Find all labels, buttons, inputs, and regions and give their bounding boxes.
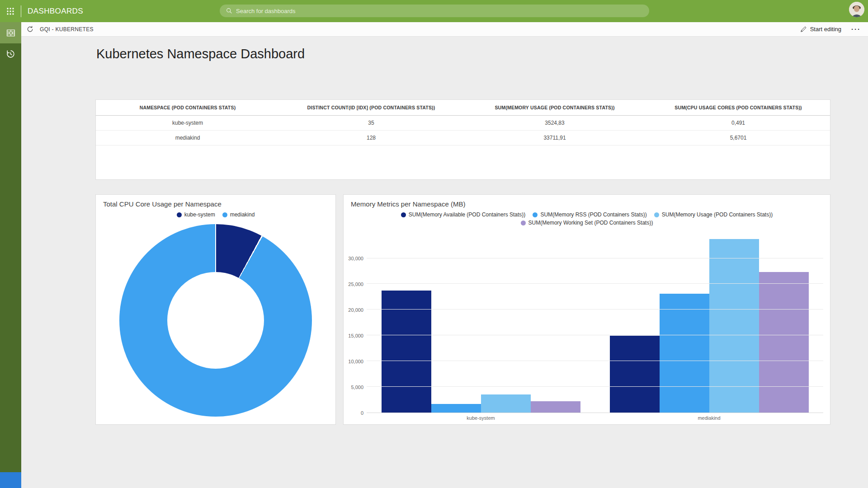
donut-hole	[167, 272, 264, 369]
avatar-photo	[849, 2, 864, 17]
donut-chart-title: Total CPU Core Usage per Namespace	[96, 195, 335, 208]
bar-memory-available[interactable]	[610, 336, 660, 413]
gridline	[367, 361, 823, 361]
namespace-table-card: NAMESPACE (POD CONTAINERS STATS) DISTINC…	[95, 99, 830, 180]
pencil-icon	[800, 26, 807, 33]
y-tick-label: 10,000	[344, 358, 363, 365]
legend-label: kube-system	[184, 211, 215, 218]
y-tick-label: 20,000	[344, 307, 363, 313]
legend-label: SUM(Memory Usage (POD Containers Stats))	[662, 211, 773, 218]
cell-memory-usage: 3524,83	[463, 115, 646, 130]
search-box[interactable]	[220, 5, 649, 17]
cell-cpu-usage: 5,6701	[646, 130, 830, 145]
table-row[interactable]: kube-system 35 3524,83 0,491	[96, 115, 830, 130]
bar-memory-usage[interactable]	[481, 394, 531, 413]
x-axis: kube-system mediakind	[367, 415, 823, 421]
dashboard-canvas: Kubernetes Namespace Dashboard NAMESPACE…	[21, 37, 868, 488]
legend-swatch	[401, 212, 406, 217]
cell-cpu-usage: 0,491	[646, 115, 830, 130]
legend-label: SUM(Memory Available (POD Containers Sta…	[409, 211, 526, 218]
column-header-distinct-count[interactable]: DISTINCT COUNT(ID [IDX] (POD CONTAINERS …	[279, 100, 463, 115]
start-editing-label: Start editing	[810, 26, 841, 33]
legend-swatch	[177, 212, 182, 217]
y-tick-label: 30,000	[344, 255, 363, 262]
legend-label: SUM(Memory Working Set (POD Containers S…	[528, 220, 653, 226]
dashboard-toolbar: GQI - KUBERNETES Start editing ···	[21, 22, 868, 37]
column-header-namespace[interactable]: NAMESPACE (POD CONTAINERS STATS)	[96, 100, 279, 115]
more-options-button[interactable]: ···	[851, 26, 861, 33]
sidebar-item-dashboards[interactable]	[0, 22, 21, 43]
cell-distinct-count: 128	[279, 130, 463, 145]
search-icon	[226, 8, 232, 14]
namespace-table: NAMESPACE (POD CONTAINERS STATS) DISTINC…	[96, 100, 830, 145]
cell-namespace: mediakind	[96, 130, 279, 145]
bar-memory-rss[interactable]	[431, 404, 481, 413]
column-header-cpu-usage[interactable]: SUM(CPU USAGE CORES (POD CONTAINERS STAT…	[646, 100, 830, 115]
legend-swatch	[654, 212, 659, 217]
bar-legend: SUM(Memory Available (POD Containers Sta…	[344, 211, 830, 227]
y-tick-label: 25,000	[344, 281, 363, 287]
legend-item-memory-available[interactable]: SUM(Memory Available (POD Containers Sta…	[401, 211, 526, 218]
bar-chart-title: Memory Metrics per Namespace (MB)	[344, 195, 830, 208]
memory-bar-chart	[367, 238, 823, 413]
gridline	[367, 386, 823, 387]
bar-memory-working-set[interactable]	[531, 401, 580, 413]
donut-wrap	[96, 219, 335, 417]
legend-item-memory-working-set[interactable]: SUM(Memory Working Set (POD Containers S…	[521, 220, 653, 226]
cell-distinct-count: 35	[279, 115, 463, 130]
gridline	[367, 258, 823, 258]
legend-label: SUM(Memory RSS (POD Containers Stats))	[540, 211, 646, 218]
cell-memory-usage: 33711,91	[463, 130, 646, 145]
cpu-donut-card: Total CPU Core Usage per Namespace kube-…	[95, 194, 336, 425]
gridline	[367, 335, 823, 335]
start-editing-button[interactable]: Start editing	[800, 26, 841, 33]
refresh-button[interactable]	[26, 25, 34, 33]
divider	[21, 5, 21, 17]
y-tick-label: 0	[344, 410, 363, 416]
sidebar-bottom-accent	[0, 472, 21, 488]
sidebar-item-history[interactable]	[0, 43, 21, 65]
legend-item-memory-usage[interactable]: SUM(Memory Usage (POD Containers Stats))	[654, 211, 773, 218]
gridline	[367, 309, 823, 310]
x-tick-label: mediakind	[595, 415, 823, 421]
y-tick-label: 5,000	[344, 384, 363, 390]
user-avatar[interactable]	[849, 2, 864, 17]
legend-swatch	[521, 221, 526, 225]
legend-item-memory-rss[interactable]: SUM(Memory RSS (POD Containers Stats))	[533, 211, 646, 218]
table-header-row: NAMESPACE (POD CONTAINERS STATS) DISTINC…	[96, 100, 830, 115]
y-tick-label: 15,000	[344, 333, 363, 339]
bar-memory-working-set[interactable]	[759, 272, 809, 413]
legend-item-mediakind[interactable]: mediakind	[222, 211, 255, 218]
cpu-donut-chart[interactable]	[119, 224, 312, 417]
app-title: DASHBOARDS	[28, 7, 83, 16]
legend-swatch	[222, 212, 227, 217]
y-axis: 0 5,000 10,000 15,000 20,000 25,000 30,0…	[344, 238, 363, 413]
legend-item-kube-system[interactable]: kube-system	[177, 211, 215, 218]
waffle-icon	[6, 7, 14, 15]
x-tick-label: kube-system	[367, 415, 595, 421]
column-header-memory-usage[interactable]: SUM(MEMORY USAGE (POD CONTAINERS STATS))	[463, 100, 646, 115]
dashboards-icon	[6, 29, 15, 37]
table-row[interactable]: mediakind 128 33711,91 5,6701	[96, 130, 830, 145]
legend-label: mediakind	[230, 211, 255, 218]
legend-swatch	[533, 212, 538, 217]
page-title: Kubernetes Namespace Dashboard	[96, 47, 305, 61]
app-launcher-button[interactable]	[0, 0, 21, 22]
cell-namespace: kube-system	[96, 115, 279, 130]
memory-bar-card: Memory Metrics per Namespace (MB) SUM(Me…	[343, 194, 830, 425]
bar-memory-rss[interactable]	[660, 294, 709, 413]
donut-legend: kube-system mediakind	[96, 211, 335, 219]
gridline	[367, 283, 823, 284]
dashboard-name: GQI - KUBERNETES	[40, 26, 94, 33]
sidebar	[0, 22, 21, 488]
refresh-icon	[27, 26, 33, 33]
search-input[interactable]	[236, 8, 643, 14]
top-app-bar: DASHBOARDS	[0, 0, 868, 22]
history-icon	[6, 49, 15, 59]
